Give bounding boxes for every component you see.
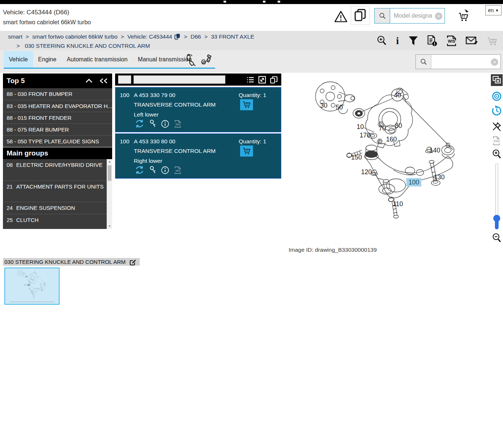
compare-refresh-icon[interactable] [135, 165, 145, 175]
top5-item[interactable]: 88 - 030 FRONT BUMPER [3, 88, 112, 100]
pos-filter-input[interactable] [118, 75, 131, 84]
language-select[interactable]: en▼ [485, 5, 502, 15]
catalog-search-input[interactable] [431, 55, 500, 69]
breadcrumb-line1: smart>smart fortwo cabriolet 66kW turbo>… [8, 33, 254, 41]
mail-edit-icon[interactable] [465, 35, 478, 48]
main-group-item[interactable]: 24ENGINE SUSPENSION [3, 202, 107, 214]
info-circle-icon[interactable] [161, 166, 170, 175]
breadcrumb-item[interactable]: smart [8, 33, 22, 40]
zoom-out-icon[interactable] [492, 233, 502, 243]
standard-fasteners-icon[interactable] [201, 53, 214, 68]
compare-refresh-icon[interactable] [135, 119, 145, 128]
breadcrumb-item[interactable]: 33 FRONT AXLE [211, 33, 254, 40]
wis-document-icon[interactable]: WIS [446, 35, 457, 49]
part-position: 100 [120, 92, 129, 98]
top5-item[interactable]: 88 - 075 REAR BUMPER [3, 123, 112, 135]
info-icon[interactable]: i [395, 35, 400, 48]
duplicate-icon[interactable] [270, 75, 278, 84]
zoom-in-icon[interactable] [492, 149, 502, 160]
diagram-callout[interactable]: 40 [394, 92, 401, 99]
top5-item[interactable]: 58 - 050 TYPE PLATE,GUIDE SIGNS [3, 135, 112, 147]
close-window-button[interactable] [491, 74, 503, 86]
zoom-in-icon[interactable] [377, 35, 387, 48]
diagram-callout[interactable]: 140 [429, 147, 440, 154]
diagram-callout[interactable]: 50 [336, 104, 343, 111]
history-icon[interactable] [491, 105, 502, 116]
scroll-up-icon[interactable]: ▲ [107, 159, 112, 164]
diagram-callout[interactable]: 150 [351, 154, 362, 161]
breadcrumb-line2: > 030 STEERING KNUCKLE AND CONTROL ARM [13, 43, 150, 49]
target-icon[interactable] [491, 91, 502, 102]
topbar-mark [263, 1, 265, 3]
diagram-callout[interactable]: 100 [409, 179, 419, 186]
filter-icon[interactable] [408, 35, 418, 48]
breadcrumb-item[interactable]: Vehicle: C453444 [128, 33, 172, 40]
edit-icon[interactable] [129, 259, 136, 265]
zoom-slider-thumb[interactable] [493, 215, 501, 230]
wis-document-icon[interactable]: WIS [174, 166, 182, 175]
tab-automatic-transmission[interactable]: Automatic transmission [61, 51, 132, 68]
main-group-item[interactable]: 25CLUTCH [3, 214, 107, 226]
scroll-down-icon[interactable]: ▼ [107, 224, 112, 229]
tab-engine[interactable]: Engine [33, 51, 62, 68]
diagram-callout[interactable]: 110 [393, 200, 403, 208]
group-label: CLUTCH [16, 217, 39, 226]
group-label: ELECTRIC DRIVE/HYBRID DRIVE [16, 162, 103, 180]
copy-vehicle-icon[interactable] [174, 33, 181, 41]
zoom-slider-track[interactable] [495, 163, 498, 219]
clear-search-icon[interactable]: ✕ [435, 12, 442, 20]
epc-app: Vehicle: C453444 (D66) smart fortwo cabr… [0, 0, 503, 448]
main-group-item[interactable]: 08ELECTRIC DRIVE/HYBRID DRIVE [3, 159, 107, 180]
unpin-icon[interactable] [492, 121, 502, 132]
collapse-up-icon[interactable] [85, 78, 93, 83]
diagram-callout[interactable]: 80 [395, 122, 402, 129]
group-label: ATTACHMENT PARTS FOR UNITS [16, 183, 104, 202]
cart-icon[interactable] [456, 8, 471, 24]
parts-panel: 100 A 453 330 79 00 TRANSVERSE CONTROL A… [115, 74, 281, 179]
part-row[interactable]: 100 A 453 330 80 00 TRANSVERSE CONTROL A… [115, 133, 281, 179]
expand-icon[interactable] [258, 75, 267, 84]
transmission-tabs-bar: VehicleEngineAutomatic transmissionManua… [0, 50, 503, 73]
warning-icon[interactable] [334, 10, 348, 24]
breadcrumb-toolbar: i WIS [377, 35, 499, 49]
list-view-icon[interactable] [246, 75, 255, 84]
breadcrumb-bar: smart>smart fortwo cabriolet 66kW turbo>… [0, 31, 503, 50]
diagram-callout[interactable]: 30 [320, 102, 328, 109]
operating-fluids-icon[interactable] [185, 53, 197, 68]
svg-export-icon[interactable]: SVG [492, 136, 502, 146]
copy-documents-button[interactable] [351, 6, 370, 25]
key-icon[interactable] [149, 119, 156, 128]
top5-item[interactable]: 83 - 035 HEATER AND EVAPORATOR H... [3, 100, 112, 112]
parts-filter-input[interactable] [133, 75, 225, 84]
tabs: VehicleEngineAutomatic transmissionManua… [4, 51, 197, 68]
drawing-thumbnail[interactable] [4, 268, 60, 305]
wis-document-icon[interactable]: WIS [174, 119, 182, 128]
scrollbar-thumb[interactable] [108, 165, 111, 181]
diagram-callout[interactable]: 130 [434, 173, 445, 181]
search-icon[interactable] [416, 55, 431, 69]
search-icon[interactable] [375, 8, 390, 23]
parts-diagram[interactable]: 305040107080170160150120140130100110 [283, 75, 491, 246]
top5-item[interactable]: 88 - 015 FRONT FENDER [3, 112, 112, 123]
collapse-left-icon[interactable] [99, 78, 108, 84]
tab-vehicle[interactable]: Vehicle [4, 51, 33, 68]
add-to-cart-button[interactable] [240, 146, 253, 157]
add-to-cart-button[interactable] [240, 99, 253, 110]
diagram-callout[interactable]: 70 [379, 125, 386, 132]
breadcrumb-item[interactable]: smart fortwo cabriolet 66kW turbo [32, 33, 118, 40]
document-warning-icon[interactable] [427, 35, 438, 49]
group-code: 21 [3, 183, 16, 202]
main-group-item[interactable]: 21ATTACHMENT PARTS FOR UNITS [3, 180, 107, 202]
language-value: en [488, 7, 494, 13]
diagram-callout[interactable]: 160 [386, 136, 397, 143]
cart-disabled-icon[interactable] [486, 35, 499, 48]
key-icon[interactable] [149, 166, 156, 175]
info-circle-icon[interactable] [161, 119, 170, 128]
breadcrumb-item[interactable]: D66 [190, 33, 201, 40]
breadcrumb-item-current[interactable]: 030 STEERING KNUCKLE AND CONTROL ARM [25, 43, 150, 49]
clear-search-icon[interactable]: ✕ [491, 58, 498, 66]
diagram-callout[interactable]: 170 [360, 132, 370, 139]
diagram-callout[interactable]: 120 [361, 168, 372, 176]
diagram-callout[interactable]: 10 [357, 123, 364, 130]
part-row[interactable]: 100 A 453 330 79 00 TRANSVERSE CONTROL A… [115, 87, 281, 132]
